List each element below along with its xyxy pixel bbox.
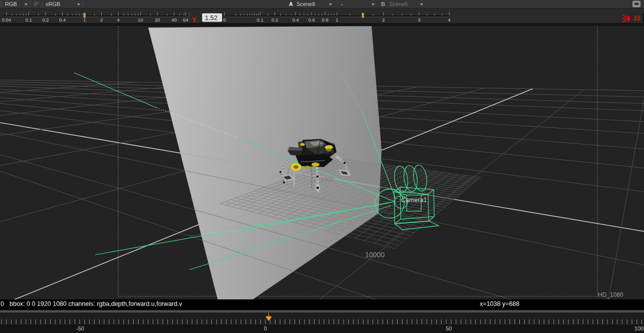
svg-text:γ: γ (192, 15, 196, 23)
svg-text:10: 10 (138, 17, 143, 23)
svg-text:10000: 10000 (365, 251, 385, 259)
svg-text:100: 100 (634, 325, 643, 331)
svg-text:20: 20 (155, 17, 160, 23)
svg-text:0.6: 0.6 (308, 17, 315, 23)
svg-text:0.8: 0.8 (321, 17, 328, 23)
svg-text:40: 40 (172, 17, 177, 23)
svg-text:2: 2 (100, 17, 103, 23)
svg-text:50: 50 (446, 325, 452, 331)
svg-text:-50: -50 (76, 325, 84, 331)
svg-text:64: 64 (183, 17, 188, 23)
svg-text:0.1: 0.1 (26, 17, 32, 23)
svg-text:0.1: 0.1 (257, 17, 263, 23)
svg-text:0.4: 0.4 (292, 17, 299, 23)
svg-text:Camera1: Camera1 (401, 197, 427, 204)
svg-text:4: 4 (448, 17, 450, 23)
svg-text:0.2: 0.2 (42, 17, 49, 23)
svg-text:0: 0 (223, 17, 226, 23)
svg-text:0.2: 0.2 (271, 17, 278, 23)
svg-text:1: 1 (336, 17, 338, 23)
svg-text:3: 3 (418, 17, 420, 23)
svg-text:0.4: 0.4 (59, 17, 66, 23)
svg-text:4: 4 (117, 17, 120, 23)
svg-text:0.04: 0.04 (2, 17, 12, 23)
svg-text:0: 0 (264, 325, 267, 331)
svg-text:1.52: 1.52 (205, 14, 217, 22)
svg-text:2: 2 (382, 17, 385, 23)
svg-text:HD_1080: HD_1080 (598, 291, 623, 298)
svg-text:1000: 1000 (320, 176, 334, 183)
